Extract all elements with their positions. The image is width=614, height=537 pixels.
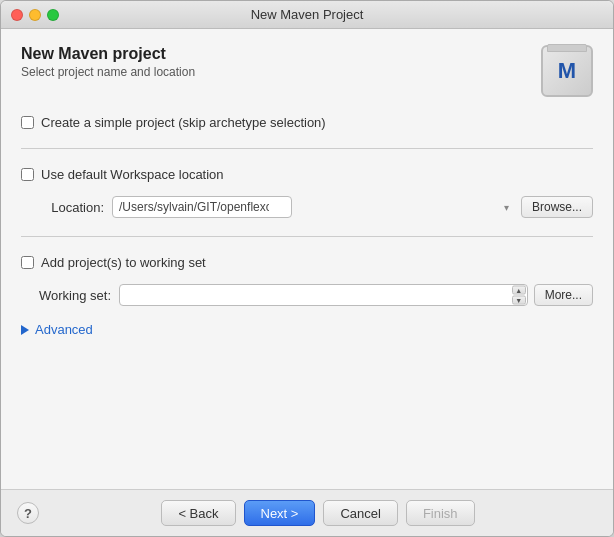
location-combo-wrap (112, 196, 515, 218)
advanced-row[interactable]: Advanced (21, 322, 593, 337)
more-button[interactable]: More... (534, 284, 593, 306)
working-set-spinner-wrap: ▲ ▼ (119, 284, 528, 306)
back-button[interactable]: < Back (161, 500, 235, 526)
working-set-input[interactable] (119, 284, 528, 306)
working-set-field-row: Working set: ▲ ▼ More... (21, 284, 593, 306)
maven-icon: M (541, 45, 593, 97)
page-title: New Maven project (21, 45, 195, 63)
location-label: Location: (39, 200, 104, 215)
location-row: Location: Browse... (21, 196, 593, 218)
page-subtitle: Select project name and location (21, 65, 195, 79)
simple-project-row: Create a simple project (skip archetype … (21, 115, 593, 130)
titlebar: New Maven Project (1, 1, 613, 29)
simple-project-label[interactable]: Create a simple project (skip archetype … (41, 115, 326, 130)
main-content: New Maven project Select project name an… (1, 29, 613, 489)
working-set-field-wrap: ▲ ▼ More... (119, 284, 593, 306)
working-set-label[interactable]: Add project(s) to working set (41, 255, 206, 270)
minimize-button[interactable] (29, 9, 41, 21)
spinner-arrows: ▲ ▼ (512, 286, 526, 305)
footer: ? < Back Next > Cancel Finish (1, 489, 613, 536)
maximize-button[interactable] (47, 9, 59, 21)
cancel-button[interactable]: Cancel (323, 500, 397, 526)
window: New Maven Project New Maven project Sele… (0, 0, 614, 537)
divider2 (21, 236, 593, 237)
advanced-triangle-icon (21, 325, 29, 335)
footer-buttons: < Back Next > Cancel Finish (39, 500, 597, 526)
working-set-field-label: Working set: (39, 288, 111, 303)
window-title: New Maven Project (251, 7, 364, 22)
divider1 (21, 148, 593, 149)
default-workspace-checkbox[interactable] (21, 168, 34, 181)
form-section: Create a simple project (skip archetype … (21, 115, 593, 473)
spinner-up[interactable]: ▲ (512, 286, 526, 295)
page-header: New Maven project Select project name an… (21, 45, 593, 97)
close-button[interactable] (11, 9, 23, 21)
simple-project-checkbox[interactable] (21, 116, 34, 129)
working-set-checkbox[interactable] (21, 256, 34, 269)
traffic-lights (11, 9, 59, 21)
next-button[interactable]: Next > (244, 500, 316, 526)
spinner-down[interactable]: ▼ (512, 296, 526, 305)
finish-button[interactable]: Finish (406, 500, 475, 526)
default-workspace-label[interactable]: Use default Workspace location (41, 167, 224, 182)
advanced-label[interactable]: Advanced (35, 322, 93, 337)
default-workspace-row: Use default Workspace location (21, 167, 593, 182)
help-button[interactable]: ? (17, 502, 39, 524)
header-text: New Maven project Select project name an… (21, 45, 195, 79)
location-input[interactable] (112, 196, 292, 218)
working-set-row: Add project(s) to working set (21, 255, 593, 270)
browse-button[interactable]: Browse... (521, 196, 593, 218)
location-field-wrap: Browse... (112, 196, 593, 218)
